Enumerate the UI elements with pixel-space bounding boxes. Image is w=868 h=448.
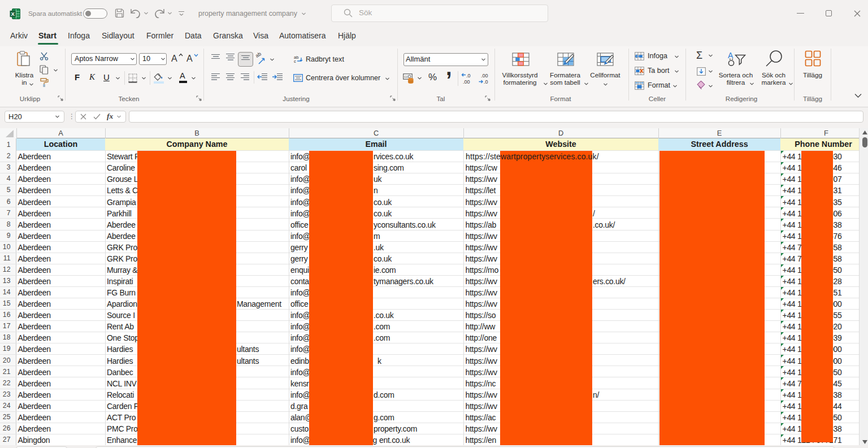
svg-text:.0: .0	[484, 79, 488, 85]
svg-text:c: c	[294, 59, 296, 63]
svg-text:.00: .00	[481, 73, 488, 79]
svg-text:.00: .00	[463, 79, 470, 85]
svg-text:X: X	[11, 11, 15, 17]
svg-text:cc: cc	[404, 75, 408, 79]
svg-text:A: A	[728, 51, 734, 60]
svg-text:.0: .0	[466, 73, 471, 79]
